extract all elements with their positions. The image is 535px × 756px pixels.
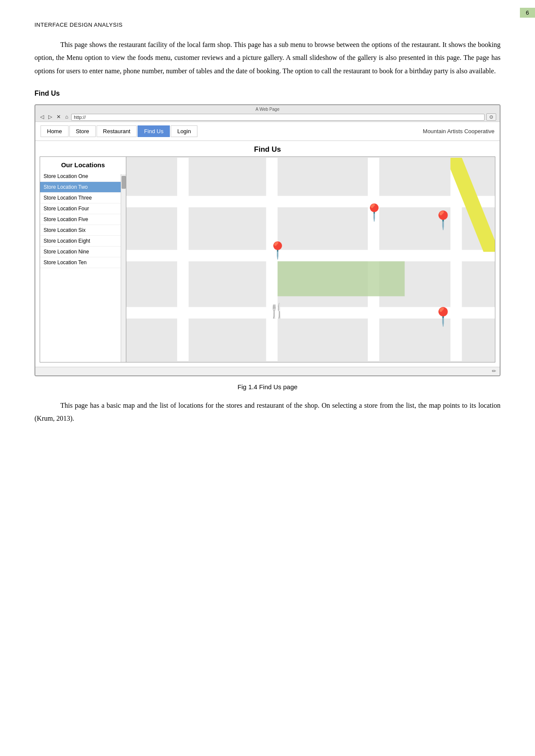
svg-rect-4 [177,158,189,361]
browser-statusbar: ✏ [35,367,500,375]
location-list: Store Location One Store Location Two St… [40,171,126,268]
locations-panel: Our Locations Store Location One Store L… [40,157,126,362]
svg-text:📍: 📍 [432,306,454,328]
nav-login[interactable]: Login [171,125,197,137]
location-item-9[interactable]: Store Location Nine [40,247,126,257]
site-navigation: Home Store Restaurant Find Us Login Moun… [35,122,500,141]
body-paragraph-2: This page has a basic map and the list o… [34,399,501,425]
scroll-indicator[interactable] [121,174,126,362]
location-item-2[interactable]: Store Location Two [40,182,126,193]
browser-titlebar: A Web Page ◁ ▷ ✕ ⌂ ⊙ [35,105,500,122]
forward-button[interactable]: ▷ [47,114,53,120]
map-area: 📍 📍 📍 📍 🍴 [126,157,495,362]
figure-caption: Fig 1.4 Find Us page [34,383,501,390]
scroll-thumb [122,176,126,189]
svg-text:🍴: 🍴 [268,302,286,319]
nav-store[interactable]: Store [69,125,96,137]
location-item-3[interactable]: Store Location Three [40,193,126,203]
svg-rect-9 [278,261,405,296]
location-item-8[interactable]: Store Location Eight [40,236,126,247]
back-button[interactable]: ◁ [39,114,45,120]
svg-rect-6 [368,158,379,361]
stop-button[interactable]: ✕ [55,114,62,120]
url-bar[interactable] [71,114,485,121]
browser-nav-bar: ◁ ▷ ✕ ⌂ ⊙ [39,113,496,121]
page-number-badge: 6 [520,8,535,18]
browser-mockup: A Web Page ◁ ▷ ✕ ⌂ ⊙ Home Store Restaura… [34,104,501,376]
edit-icon: ✏ [492,368,496,375]
go-button[interactable]: ⊙ [486,113,496,121]
location-item-4[interactable]: Store Location Four [40,203,126,214]
document-header: INTERFACE DESIGN ANALYSIS [34,17,501,28]
svg-text:📍: 📍 [267,241,288,261]
find-us-page-title: Find Us [35,141,500,156]
svg-text:📍: 📍 [432,209,454,231]
location-item-10[interactable]: Store Location Ten [40,257,126,268]
home-button[interactable]: ⌂ [64,114,69,120]
svg-text:📍: 📍 [364,203,385,222]
nav-restaurant[interactable]: Restaurant [97,125,137,137]
section-heading-find-us: Find Us [34,90,501,97]
nav-find-us[interactable]: Find Us [138,125,170,137]
site-title: Mountain Artists Cooperative [423,128,494,134]
find-us-content-area: Our Locations Store Location One Store L… [40,156,495,362]
locations-panel-title: Our Locations [40,157,126,171]
location-item-5[interactable]: Store Location Five [40,214,126,225]
location-item-1[interactable]: Store Location One [40,171,126,182]
browser-title: A Web Page [39,107,496,112]
body-paragraph-1: This page shows the restaurant facility … [34,38,501,78]
location-item-6[interactable]: Store Location Six [40,225,126,236]
map-svg: 📍 📍 📍 📍 🍴 [126,157,495,362]
nav-home[interactable]: Home [41,125,69,137]
